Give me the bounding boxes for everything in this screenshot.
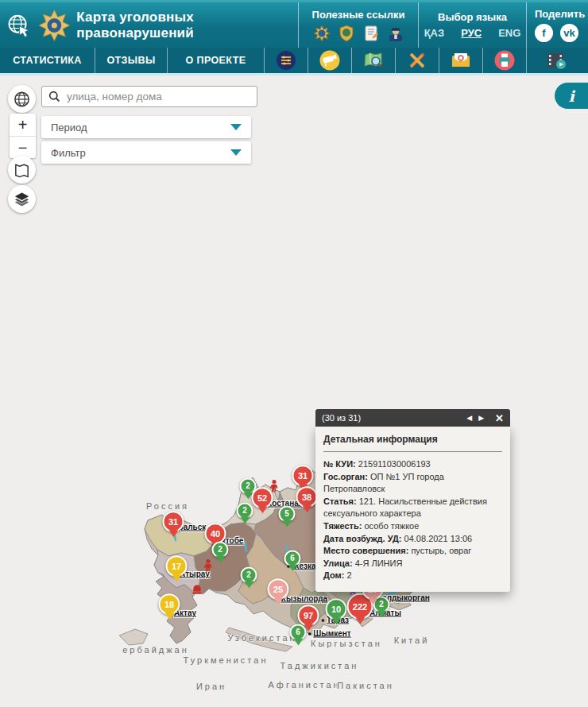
country-label: Пакистан <box>337 681 394 690</box>
popup-field: № КУИ: 215911030006193 <box>323 458 502 471</box>
country-label: Китай <box>394 636 430 645</box>
globe-layer-button[interactable] <box>8 85 36 113</box>
map-view-button[interactable] <box>8 156 36 184</box>
map-marker[interactable]: 5 <box>279 505 296 522</box>
popup-field: Статья: 121. Насильственные действия сек… <box>323 496 502 520</box>
popup-field: Дата возбужд. УД: 04.08.2021 13:06 <box>323 533 502 546</box>
map-marker[interactable]: 31 <box>163 511 184 532</box>
country-label: Таджикистан <box>280 661 359 670</box>
zoom-in-button[interactable]: + <box>10 114 36 136</box>
chevron-down-icon <box>230 124 242 130</box>
zoom-out-button[interactable]: − <box>10 136 36 158</box>
layers-icon <box>13 190 31 209</box>
crime-alarm-icon <box>192 585 203 595</box>
map-marker[interactable]: 97 <box>298 605 319 626</box>
country-label: Афганистан <box>268 680 340 690</box>
country-label: Узбекистан <box>227 633 296 643</box>
popup-header: (30 из 31) ◀ ▶ ✕ <box>315 409 510 427</box>
map-marker[interactable]: 31 <box>292 465 314 486</box>
prev-record-button[interactable]: ◀ <box>466 414 472 422</box>
popup-field: Гос.орган: ОП №1 УП города Петропавловск <box>323 471 502 496</box>
map-marker[interactable]: 2 <box>212 541 229 558</box>
map-marker[interactable]: 52 <box>252 487 273 508</box>
period-label: Период <box>51 122 87 133</box>
country-label: Россия <box>146 501 189 511</box>
country-label: Туркменистан <box>184 655 269 665</box>
country-label: Иран <box>196 682 226 691</box>
filter-label: Фильтр <box>51 147 86 159</box>
chevron-down-icon <box>230 149 242 156</box>
crime-person-icon <box>203 559 214 573</box>
map-marker[interactable]: 6 <box>284 550 301 566</box>
popup-field: Место совершения: пустырь, овраг <box>323 545 502 558</box>
popup-field: Дом: 2 <box>323 570 502 582</box>
map-marker[interactable]: 10 <box>326 598 347 620</box>
zoom-controls: + − <box>10 114 36 158</box>
popup-counter: (30 из 31) <box>322 413 463 423</box>
globe-icon <box>13 90 31 109</box>
popup-body: Детальная информация № КУИ: 215911030006… <box>315 427 510 592</box>
popup-field: Тяжесть: особо тяжкое <box>323 520 502 533</box>
popup-title: Детальная информация <box>323 434 502 452</box>
popup-field: Улица: 4-Я ЛИНИЯ <box>323 558 502 570</box>
map-marker[interactable]: 18 <box>159 593 180 615</box>
country-label: ербайджан <box>122 645 189 655</box>
map-marker[interactable]: 38 <box>296 486 318 508</box>
layers-button[interactable] <box>8 185 36 213</box>
detail-popup: (30 из 31) ◀ ▶ ✕ Детальная информация № … <box>315 409 510 592</box>
search-input[interactable] <box>65 90 257 103</box>
period-dropdown[interactable]: Период <box>41 116 251 138</box>
folded-map-icon <box>13 160 31 180</box>
search-icon <box>48 91 60 102</box>
map-marker[interactable]: 2 <box>241 566 257 583</box>
map-marker[interactable]: 17 <box>166 555 188 577</box>
search-box <box>41 86 257 107</box>
popup-fields: № КУИ: 215911030006193Гос.орган: ОП №1 У… <box>323 458 502 582</box>
map-marker[interactable]: 6 <box>290 624 307 640</box>
filter-dropdown[interactable]: Фильтр <box>41 141 251 164</box>
info-button[interactable]: i <box>555 83 588 109</box>
next-record-button[interactable]: ▶ <box>478 414 484 422</box>
close-icon[interactable]: ✕ <box>495 412 504 424</box>
map-marker[interactable]: 2 <box>237 502 253 519</box>
city-label[interactable]: Шымкент <box>308 629 351 638</box>
map-marker[interactable]: 25 <box>268 578 289 600</box>
country-label: Кыргызстан <box>311 639 382 648</box>
